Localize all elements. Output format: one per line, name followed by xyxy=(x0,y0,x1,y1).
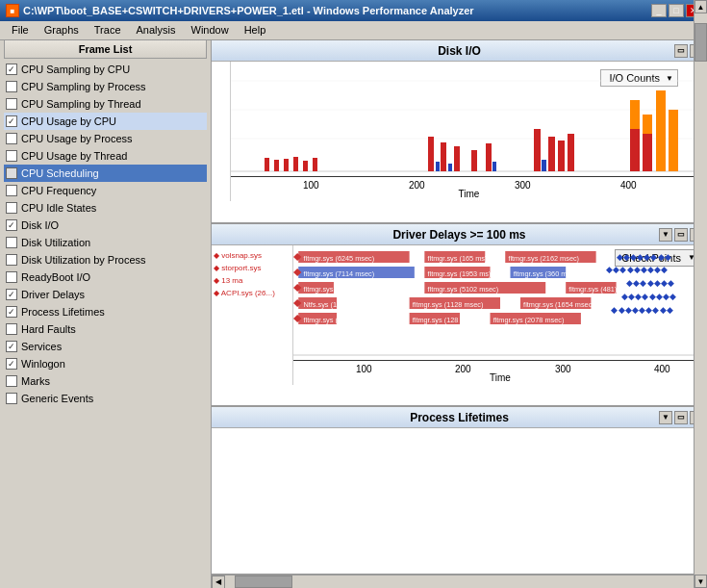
horizontal-scrollbar[interactable]: ◀ ▶ xyxy=(212,575,707,588)
svg-text:fltmgr.sys (1128 msec): fltmgr.sys (1128 msec) xyxy=(413,301,484,309)
menu-bar: File Graphs Trace Analysis Window Help xyxy=(0,21,707,40)
process-restore-btn[interactable]: ▭ xyxy=(674,411,688,424)
checkbox-cpu-usage-cpu[interactable] xyxy=(6,115,17,127)
checkbox-cpu-sampling-thread[interactable] xyxy=(6,98,17,110)
checkbox-process-lifetimes[interactable] xyxy=(6,306,17,318)
sidebar-item-cpu-sampling-process[interactable]: CPU Sampling by Process xyxy=(4,78,207,95)
checkbox-marks[interactable] xyxy=(6,375,17,387)
sidebar-item-disk-io[interactable]: Disk I/O xyxy=(4,217,207,234)
checkbox-disk-util-process[interactable] xyxy=(6,254,17,266)
svg-text:fltmgr.sys (169 ms): fltmgr.sys (169 ms) xyxy=(303,317,363,324)
svg-rect-22 xyxy=(568,134,574,171)
checkbox-services[interactable] xyxy=(6,341,17,352)
sidebar-item-readyboot[interactable]: ReadyBoot I/O xyxy=(4,268,207,286)
checkbox-disk-io[interactable] xyxy=(6,219,17,231)
minimize-button[interactable]: _ xyxy=(651,4,667,17)
main-layout: Frame List CPU Sampling by CPU CPU Sampl… xyxy=(0,40,707,588)
sidebar-item-generic-events[interactable]: Generic Events xyxy=(4,390,207,407)
scrollbar-thumb-v[interactable] xyxy=(694,23,707,62)
scrollbar-track[interactable] xyxy=(225,575,694,588)
checkbox-cpu-frequency[interactable] xyxy=(6,185,17,196)
menu-file[interactable]: File xyxy=(4,23,37,38)
sidebar-item-winlogon[interactable]: Winlogon xyxy=(4,355,207,372)
checkbox-cpu-sampling-process[interactable] xyxy=(6,81,17,92)
checkbox-readyboot[interactable] xyxy=(6,271,17,283)
menu-help[interactable]: Help xyxy=(237,23,274,38)
scroll-down-btn[interactable]: ▼ xyxy=(694,575,707,588)
checkbox-cpu-usage-thread[interactable] xyxy=(6,150,17,162)
sidebar-item-disk-util-process[interactable]: Disk Utilization by Process xyxy=(4,251,207,268)
scrollbar-thumb[interactable] xyxy=(235,575,292,588)
menu-graphs[interactable]: Graphs xyxy=(37,23,87,38)
sidebar: Frame List CPU Sampling by CPU CPU Sampl… xyxy=(0,40,212,588)
svg-rect-6 xyxy=(284,159,289,171)
svg-rect-19 xyxy=(542,160,546,171)
checkbox-driver-delays[interactable] xyxy=(6,289,17,300)
svg-rect-4 xyxy=(265,158,269,171)
checkbox-cpu-sampling-cpu[interactable] xyxy=(6,64,17,75)
sidebar-item-cpu-usage-cpu[interactable]: CPU Usage by CPU xyxy=(4,113,207,130)
svg-text:fltmgr.sys (128 ms): fltmgr.sys (128 ms) xyxy=(413,317,472,324)
checkbox-cpu-usage-process[interactable] xyxy=(6,133,17,144)
content-area: Disk I/O ▭ ✕ I/O Counts xyxy=(212,40,707,588)
time-100-driver: 100 xyxy=(356,364,372,374)
sidebar-item-cpu-usage-process[interactable]: CPU Usage by Process xyxy=(4,130,207,147)
process-header: Process Lifetimes ▼ ▭ ✕ xyxy=(212,407,707,428)
time-100-diskio: 100 xyxy=(303,180,319,191)
sidebar-item-cpu-idle-states[interactable]: CPU Idle States xyxy=(4,199,207,217)
menu-analysis[interactable]: Analysis xyxy=(129,23,184,38)
svg-rect-13 xyxy=(448,164,452,171)
svg-rect-15 xyxy=(471,150,477,171)
svg-text:fltmgr.sys (481): fltmgr.sys (481) xyxy=(568,286,617,294)
time-axis-label-driver: Time xyxy=(490,372,511,383)
checkbox-cpu-scheduling[interactable] xyxy=(6,167,17,179)
sidebar-item-marks[interactable]: Marks xyxy=(4,372,207,390)
svg-text:fltmgr.sys (1953 ms): fltmgr.sys (1953 ms) xyxy=(427,270,491,278)
sidebar-item-cpu-sampling-thread[interactable]: CPU Sampling by Thread xyxy=(4,95,207,113)
sidebar-item-services[interactable]: Services xyxy=(4,338,207,355)
svg-rect-5 xyxy=(274,160,279,171)
scroll-up-btn[interactable]: ▲ xyxy=(694,0,707,13)
scroll-left-btn[interactable]: ◀ xyxy=(212,575,225,589)
sidebar-item-cpu-frequency[interactable]: CPU Frequency xyxy=(4,182,207,199)
frame-list: CPU Sampling by CPU CPU Sampling by Proc… xyxy=(0,61,211,588)
checkbox-hard-faults[interactable] xyxy=(6,323,17,335)
svg-rect-26 xyxy=(643,115,652,134)
driver-delays-panel: Driver Delays >= 100 ms ▼ ▭ ✕ ◆ volsnap.… xyxy=(212,223,707,406)
process-dropdown-btn[interactable]: ▼ xyxy=(659,411,672,424)
svg-text:fltmgr.sys (6245 msec): fltmgr.sys (6245 msec) xyxy=(303,255,374,263)
driver-delays-header: Driver Delays >= 100 ms ▼ ▭ ✕ xyxy=(212,224,707,245)
sidebar-item-cpu-sampling-cpu[interactable]: CPU Sampling by CPU xyxy=(4,61,207,78)
svg-text:◆◆◆◆◆◆◆: ◆◆◆◆◆◆◆ xyxy=(626,278,674,288)
driver-delays-title: Driver Delays >= 100 ms xyxy=(392,228,525,242)
menu-trace[interactable]: Trace xyxy=(87,23,129,38)
sidebar-item-cpu-usage-thread[interactable]: CPU Usage by Thread xyxy=(4,147,207,165)
disk-io-restore-btn[interactable]: ▭ xyxy=(674,44,688,58)
sidebar-item-driver-delays[interactable]: Driver Delays xyxy=(4,286,207,303)
svg-rect-14 xyxy=(454,146,460,171)
menu-window[interactable]: Window xyxy=(184,23,237,38)
sidebar-item-process-lifetimes[interactable]: Process Lifetimes xyxy=(4,303,207,320)
svg-text:◆◆◆◆◆◆◆◆: ◆◆◆◆◆◆◆◆ xyxy=(617,252,671,262)
maximize-button[interactable]: □ xyxy=(669,4,684,17)
vertical-scrollbar[interactable]: ▲ ▼ xyxy=(694,0,707,588)
svg-text:fltmgr.sys (2162 msec): fltmgr.sys (2162 msec) xyxy=(508,255,579,263)
time-200-driver: 200 xyxy=(455,364,471,374)
checkbox-generic-events[interactable] xyxy=(6,393,17,404)
sidebar-item-disk-util[interactable]: Disk Utilization xyxy=(4,234,207,251)
time-200-diskio: 200 xyxy=(409,180,425,191)
disk-io-title: Disk I/O xyxy=(438,44,481,58)
svg-rect-24 xyxy=(630,100,640,129)
sidebar-item-hard-faults[interactable]: Hard Faults xyxy=(4,320,207,338)
checkbox-winlogon[interactable] xyxy=(6,358,17,370)
scrollbar-track-v[interactable] xyxy=(694,13,707,575)
checkbox-cpu-idle-states[interactable] xyxy=(6,202,17,214)
svg-text:fltmgr.sys (7114 msec): fltmgr.sys (7114 msec) xyxy=(303,270,374,278)
svg-text:fltmgr.sys (111): fltmgr.sys (111) xyxy=(303,286,351,294)
driver-delays-restore-btn[interactable]: ▭ xyxy=(674,228,688,242)
checkbox-disk-util[interactable] xyxy=(6,237,17,248)
svg-rect-27 xyxy=(656,90,666,171)
sidebar-item-cpu-scheduling[interactable]: CPU Scheduling xyxy=(4,165,207,182)
driver-delays-dropdown-btn[interactable]: ▼ xyxy=(659,228,672,242)
svg-rect-18 xyxy=(534,129,541,171)
